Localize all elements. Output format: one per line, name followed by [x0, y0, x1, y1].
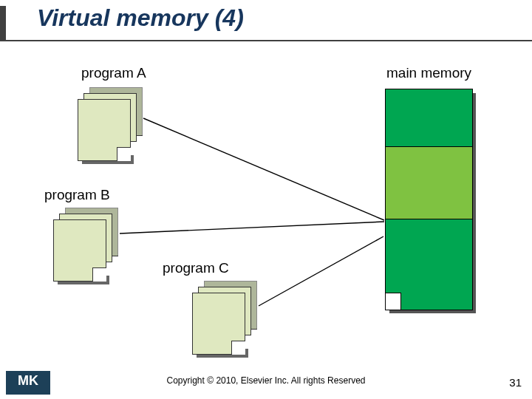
label-main-memory: main memory	[386, 65, 471, 81]
page-number: 31	[509, 376, 522, 389]
memory-segment-middle	[385, 146, 473, 220]
svg-line-1	[120, 222, 384, 233]
slide: Virtual memory (4) program A main memory…	[0, 0, 532, 399]
program-c-pages-icon	[192, 281, 256, 353]
copyright-text: Copyright © 2010, Elsevier Inc. All righ…	[0, 375, 532, 386]
slide-title: Virtual memory (4)	[37, 4, 244, 32]
label-program-c: program C	[163, 260, 229, 276]
label-program-a: program A	[81, 65, 146, 81]
program-a-pages-icon	[78, 87, 141, 160]
main-memory-block	[385, 89, 471, 309]
label-program-b: program B	[44, 187, 110, 203]
svg-line-2	[259, 236, 383, 306]
title-bar: Virtual memory (4)	[0, 4, 532, 37]
program-b-pages-icon	[53, 208, 117, 280]
memory-segment-bottom	[385, 219, 473, 310]
svg-line-0	[143, 118, 384, 220]
title-rule	[0, 40, 532, 41]
memory-segment-top	[385, 89, 473, 148]
